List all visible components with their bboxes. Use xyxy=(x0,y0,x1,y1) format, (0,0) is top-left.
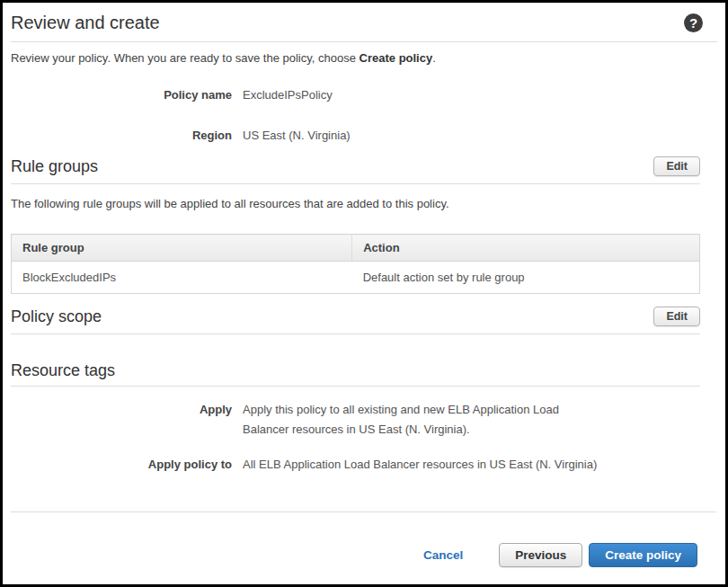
footer-divider xyxy=(11,511,716,512)
apply-row: Apply Apply this policy to all existing … xyxy=(11,400,717,440)
rule-group-cell: BlockExcludedIPs xyxy=(12,262,352,294)
resource-tags-section-header: Resource tags xyxy=(11,361,700,387)
previous-button[interactable]: Previous xyxy=(499,543,582,567)
column-header-rule-group: Rule group xyxy=(12,235,352,262)
region-row: Region US East (N. Virginia) xyxy=(11,129,717,142)
policy-scope-section-header: Policy scope Edit xyxy=(11,307,700,334)
intro-bold: Create policy xyxy=(360,51,433,65)
footer-actions: Cancel Previous Create policy xyxy=(423,543,697,567)
rule-groups-description: The following rule groups will be applie… xyxy=(11,197,717,210)
policy-scope-edit-button[interactable]: Edit xyxy=(653,307,700,326)
title-divider xyxy=(11,41,717,42)
policy-scope-title: Policy scope xyxy=(11,307,102,326)
region-value: US East (N. Virginia) xyxy=(243,129,351,142)
intro-text: Review your policy. When you are ready t… xyxy=(11,51,717,65)
region-label: Region xyxy=(11,129,232,142)
apply-policy-to-label: Apply policy to xyxy=(11,455,232,475)
rule-groups-edit-button[interactable]: Edit xyxy=(653,156,700,176)
apply-value: Apply this policy to all existing and ne… xyxy=(243,400,562,440)
rule-groups-title: Rule groups xyxy=(11,157,98,176)
table-row: BlockExcludedIPs Default action set by r… xyxy=(12,262,700,294)
resource-tags-body: Apply Apply this policy to all existing … xyxy=(11,400,717,475)
apply-policy-to-row: Apply policy to All ELB Application Load… xyxy=(11,455,717,475)
policy-name-row: Policy name ExcludeIPsPolicy xyxy=(11,88,717,102)
policy-name-label: Policy name xyxy=(11,88,232,102)
apply-policy-to-value: All ELB Application Load Balancer resour… xyxy=(243,455,597,475)
review-page: Review and create ? Review your policy. … xyxy=(3,13,725,475)
apply-label: Apply xyxy=(11,400,232,420)
page-header: Review and create ? xyxy=(11,13,717,33)
column-header-action: Action xyxy=(352,235,700,262)
resource-tags-title: Resource tags xyxy=(11,361,115,380)
table-header-row: Rule group Action xyxy=(12,235,700,262)
cancel-link[interactable]: Cancel xyxy=(423,548,463,562)
action-cell: Default action set by rule group xyxy=(352,262,700,294)
create-policy-button[interactable]: Create policy xyxy=(589,543,697,567)
intro-prefix: Review your policy. When you are ready t… xyxy=(11,51,360,65)
rule-groups-table: Rule group Action BlockExcludedIPs Defau… xyxy=(11,234,700,294)
rule-groups-section-header: Rule groups Edit xyxy=(11,156,700,184)
help-icon[interactable]: ? xyxy=(684,13,703,32)
policy-name-value: ExcludeIPsPolicy xyxy=(243,88,333,102)
intro-suffix: . xyxy=(432,51,436,65)
page-title: Review and create xyxy=(11,13,160,33)
